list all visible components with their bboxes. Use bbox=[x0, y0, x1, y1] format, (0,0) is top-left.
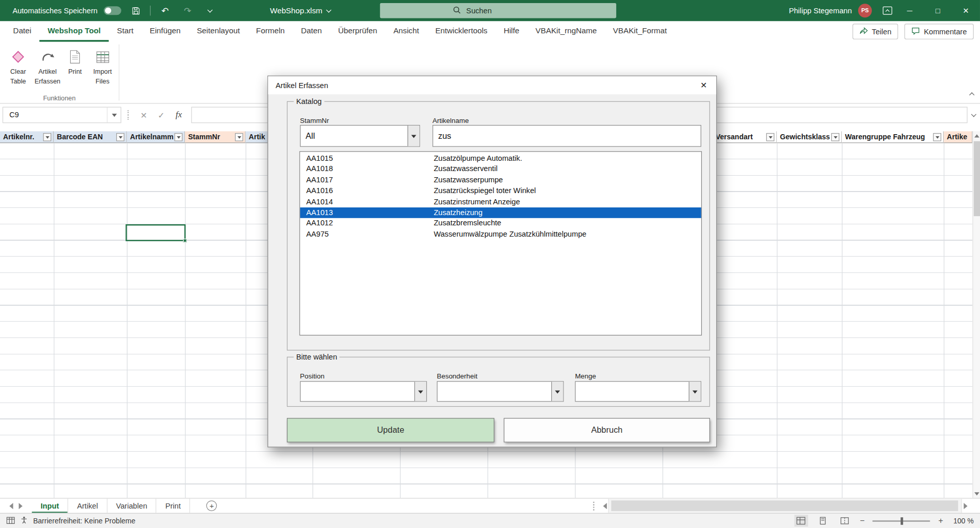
autosave-toggle[interactable] bbox=[104, 6, 121, 15]
scroll-left-icon[interactable] bbox=[598, 499, 609, 513]
ribbon-display-options-icon[interactable] bbox=[880, 3, 896, 19]
stammnr-combobox[interactable]: All bbox=[300, 125, 420, 147]
horizontal-scroll-thumb[interactable] bbox=[611, 500, 958, 511]
fill-handle[interactable] bbox=[183, 239, 186, 242]
menge-dropdown-icon[interactable] bbox=[689, 382, 700, 401]
minimize-button[interactable]: ─ bbox=[895, 0, 924, 21]
article-list-item[interactable]: AA1012Zusatzbremsleuchte bbox=[300, 218, 701, 229]
position-dropdown-icon[interactable] bbox=[414, 382, 426, 401]
article-list-item[interactable]: AA1015Zusatzölpumpe Automatik. bbox=[300, 153, 701, 164]
filter-dropdown-icon[interactable] bbox=[766, 133, 775, 141]
page-layout-view-icon[interactable] bbox=[816, 515, 830, 526]
zoom-slider-thumb[interactable] bbox=[900, 517, 903, 525]
article-list-item[interactable]: AA1018Zusatzwasserventil bbox=[300, 164, 701, 175]
tab-datei[interactable]: Datei bbox=[5, 21, 39, 41]
column-header-warengruppe-fahrzeug[interactable]: Warengruppe Fahrzeug bbox=[842, 131, 944, 143]
tab-entwicklertools[interactable]: Entwicklertools bbox=[427, 21, 495, 41]
tab-scroll-divider[interactable] bbox=[593, 501, 594, 510]
scroll-right-icon[interactable] bbox=[962, 499, 972, 513]
artikelname-input[interactable] bbox=[432, 125, 701, 147]
comments-button[interactable]: Kommentare bbox=[905, 24, 974, 39]
check-icon[interactable]: ✓ bbox=[153, 110, 170, 119]
tab-ansicht[interactable]: Ansicht bbox=[385, 21, 427, 41]
filter-dropdown-icon[interactable] bbox=[933, 133, 941, 141]
accessibility-status[interactable]: Barrierefreiheit: Keine Probleme bbox=[33, 517, 136, 525]
tab-vbakit-rngname[interactable]: VBAKit_rngName bbox=[528, 21, 605, 41]
sheet-nav-left-icon[interactable] bbox=[6, 502, 13, 509]
expand-formula-bar-icon[interactable] bbox=[968, 114, 980, 116]
formula-bar-drag-handle[interactable] bbox=[128, 110, 129, 120]
vertical-scrollbar[interactable] bbox=[972, 131, 980, 498]
tab-einfuegen[interactable]: Einfügen bbox=[141, 21, 189, 41]
zoom-slider[interactable] bbox=[873, 516, 930, 525]
search-box[interactable]: Suchen bbox=[380, 3, 616, 18]
column-header-barcode-ean[interactable]: Barcode EAN bbox=[54, 131, 127, 143]
close-button[interactable]: ✕ bbox=[952, 0, 980, 21]
dialog-close-button[interactable]: ✕ bbox=[691, 76, 716, 94]
column-header-gewichtsklasse[interactable]: Gewichtsklass bbox=[777, 131, 842, 143]
dialog-titlebar[interactable]: Artikel Erfassen ✕ bbox=[268, 76, 716, 94]
column-header-artikelname[interactable]: Artikelnamm bbox=[127, 131, 185, 143]
filter-dropdown-icon[interactable] bbox=[235, 133, 243, 141]
clear-table-button[interactable]: Clear Table bbox=[3, 45, 33, 85]
redo-icon[interactable]: ↷ bbox=[179, 3, 196, 19]
quick-access-chevron-icon[interactable] bbox=[202, 3, 218, 19]
scroll-down-icon[interactable] bbox=[973, 489, 980, 498]
cancel-icon[interactable]: ✕ bbox=[135, 110, 153, 119]
document-title[interactable]: WebShop.xlsm bbox=[270, 0, 330, 21]
horizontal-scroll-track[interactable] bbox=[608, 499, 962, 513]
besonderheit-dropdown-icon[interactable] bbox=[551, 382, 563, 401]
horizontal-scrollbar[interactable] bbox=[598, 499, 972, 513]
tab-daten[interactable]: Daten bbox=[293, 21, 330, 41]
stammnr-dropdown-icon[interactable] bbox=[407, 125, 419, 146]
update-button[interactable]: Update bbox=[287, 418, 494, 442]
column-header-versandart[interactable]: Versandart bbox=[713, 131, 777, 143]
filter-dropdown-icon[interactable] bbox=[43, 133, 51, 141]
print-button[interactable]: Print bbox=[62, 45, 88, 77]
tab-ueberpruefen[interactable]: Überprüfen bbox=[330, 21, 385, 41]
cancel-button[interactable]: Abbruch bbox=[504, 418, 710, 442]
share-button[interactable]: Teilen bbox=[852, 24, 898, 39]
article-list-item[interactable]: AA975Wasserumwälzpumpe Zusatzkühlmittelp… bbox=[300, 229, 701, 240]
article-list-item[interactable]: AA1016Zusatzrückspiegel toter Winkel bbox=[300, 186, 701, 197]
article-list-item-selected[interactable]: AA1013Zusatzheizung bbox=[300, 207, 701, 218]
column-header-artikelnr[interactable]: Artikelnr. bbox=[0, 131, 54, 143]
besonderheit-combobox[interactable] bbox=[437, 381, 564, 402]
vertical-scroll-thumb[interactable] bbox=[974, 141, 980, 216]
sheet-tab-input[interactable]: Input bbox=[32, 499, 68, 513]
undo-icon[interactable]: ↶ bbox=[157, 3, 173, 19]
filter-dropdown-icon[interactable] bbox=[174, 133, 182, 141]
save-icon[interactable] bbox=[128, 3, 144, 19]
artikel-erfassen-button[interactable]: Artikel Erfassen bbox=[32, 45, 62, 85]
position-combobox[interactable] bbox=[300, 381, 427, 402]
add-sheet-button[interactable]: + bbox=[206, 500, 217, 511]
filter-dropdown-icon[interactable] bbox=[116, 133, 124, 141]
page-break-view-icon[interactable] bbox=[838, 515, 852, 526]
avatar[interactable]: PS bbox=[858, 4, 872, 17]
menge-combobox[interactable] bbox=[575, 381, 701, 402]
filter-dropdown-icon[interactable] bbox=[831, 133, 840, 141]
article-listbox[interactable]: AA1015Zusatzölpumpe Automatik. AA1018Zus… bbox=[299, 151, 702, 335]
sheet-nav-right-icon[interactable] bbox=[19, 502, 26, 509]
collapse-ribbon-icon[interactable] bbox=[970, 88, 973, 99]
sheet-tab-print[interactable]: Print bbox=[157, 499, 190, 513]
tab-hilfe[interactable]: Hilfe bbox=[495, 21, 527, 41]
user-name[interactable]: Philipp Stegemann bbox=[789, 6, 852, 15]
tab-vbakit-format[interactable]: VBAKit_Format bbox=[605, 21, 675, 41]
tab-formeln[interactable]: Formeln bbox=[248, 21, 293, 41]
normal-view-icon[interactable] bbox=[794, 515, 808, 526]
scroll-up-icon[interactable] bbox=[973, 131, 980, 140]
column-header-stammnr[interactable]: StammNr bbox=[185, 131, 245, 143]
tab-seitenlayout[interactable]: Seitenlayout bbox=[189, 21, 248, 41]
column-header-artike[interactable]: Artike bbox=[944, 131, 972, 143]
insert-function-icon[interactable]: fx bbox=[170, 110, 187, 120]
import-files-button[interactable]: Import Files bbox=[88, 45, 118, 85]
tab-webshop-tool[interactable]: Webshop Tool bbox=[39, 21, 109, 41]
article-list-item[interactable]: AA1014Zusatzinstrument Anzeige bbox=[300, 197, 701, 207]
zoom-out-button[interactable]: − bbox=[860, 516, 864, 525]
zoom-level[interactable]: 100 % bbox=[951, 517, 974, 525]
name-box-dropdown-icon[interactable] bbox=[107, 108, 121, 122]
tab-start[interactable]: Start bbox=[109, 21, 141, 41]
article-list-item[interactable]: AA1017Zusatzwasserpumpe bbox=[300, 175, 701, 185]
sheet-tab-variablen[interactable]: Variablen bbox=[107, 499, 156, 513]
